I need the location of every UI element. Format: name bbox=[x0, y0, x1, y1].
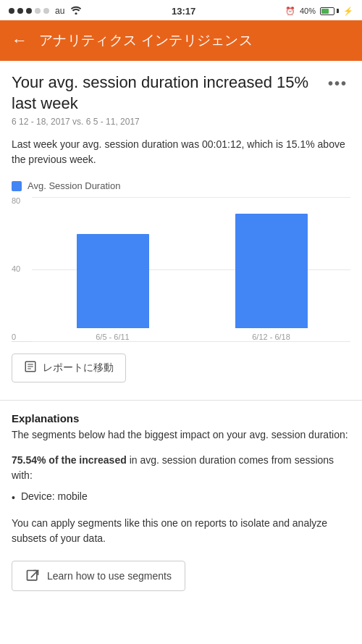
bar-label-2: 6/12 - 6/18 bbox=[252, 333, 290, 341]
y-axis: 80 40 0 bbox=[12, 197, 20, 341]
bullet-text: Device: mobile bbox=[21, 489, 88, 504]
grid-line-bottom bbox=[32, 341, 350, 342]
bullet-list: • Device: mobile bbox=[12, 489, 350, 506]
chart-area: 80 40 0 6/5 - 6/11 6/12 - 6/18 bbox=[12, 197, 350, 342]
battery-percent: 40% bbox=[300, 7, 316, 15]
impact-text: 75.54% of the increased in avg. session … bbox=[12, 453, 350, 483]
date-range: 6 12 - 18, 2017 vs. 6 5 - 11, 2017 bbox=[12, 117, 350, 127]
list-item: • Device: mobile bbox=[12, 489, 350, 506]
external-link-icon bbox=[25, 569, 40, 583]
card-header: Your avg. session duration increased 15%… bbox=[12, 72, 350, 114]
signal-dot-5 bbox=[43, 8, 49, 14]
bar-2 bbox=[235, 214, 308, 328]
battery-icon bbox=[320, 7, 339, 15]
bar-1 bbox=[77, 234, 149, 328]
chart-legend: Avg. Session Duration bbox=[12, 180, 350, 191]
alarm-icon: ⏰ bbox=[285, 7, 295, 16]
section-divider bbox=[0, 400, 362, 401]
explanations-title: Explanations bbox=[12, 412, 350, 425]
app-bar-title: アナリティクス インテリジェンス bbox=[39, 31, 253, 50]
explanations-desc: The segments below had the biggest impac… bbox=[12, 427, 350, 443]
svg-rect-4 bbox=[28, 571, 37, 580]
time-label: 13:17 bbox=[172, 6, 195, 17]
more-options-icon[interactable]: ••• bbox=[325, 72, 350, 95]
signal-dot-4 bbox=[35, 8, 41, 14]
wifi-icon bbox=[70, 6, 82, 17]
report-button[interactable]: レポートに移動 bbox=[12, 354, 126, 382]
bar-label-1: 6/5 - 6/11 bbox=[96, 333, 129, 341]
button-row: レポートに移動 bbox=[12, 354, 350, 382]
impact-bold: 75.54% of the increased bbox=[12, 454, 127, 466]
status-left: au bbox=[9, 6, 82, 17]
legend-label: Avg. Session Duration bbox=[28, 180, 120, 191]
main-content: Your avg. session duration increased 15%… bbox=[0, 61, 362, 609]
card-title: Your avg. session duration increased 15%… bbox=[12, 72, 325, 114]
y-label-40: 40 bbox=[12, 265, 20, 273]
learn-segments-button[interactable]: Learn how to use segments bbox=[12, 561, 185, 591]
carrier-label: au bbox=[55, 6, 64, 16]
back-button[interactable]: ← bbox=[12, 31, 28, 50]
status-right: ⏰ 40% ⚡ bbox=[285, 7, 353, 16]
explanations-section: Explanations The segments below had the … bbox=[12, 412, 350, 591]
charging-icon: ⚡ bbox=[343, 7, 353, 16]
signal-dot-3 bbox=[26, 8, 32, 14]
y-label-80: 80 bbox=[12, 197, 20, 205]
report-icon bbox=[24, 360, 37, 376]
signal-dot-2 bbox=[17, 8, 23, 14]
app-bar: ← アナリティクス インテリジェンス bbox=[0, 20, 362, 61]
description-text: Last week your avg. session duration was… bbox=[12, 137, 350, 167]
bar-group-2: 6/12 - 6/18 bbox=[192, 214, 350, 341]
bullet-dot: • bbox=[12, 490, 15, 506]
signal-dot-1 bbox=[9, 8, 14, 14]
bars-wrapper: 6/5 - 6/11 6/12 - 6/18 bbox=[33, 197, 350, 341]
y-label-0: 0 bbox=[12, 333, 20, 341]
apply-text: You can apply segments like this one on … bbox=[12, 516, 350, 546]
chart-container: Avg. Session Duration 80 40 0 6/5 - 6/11 bbox=[12, 180, 350, 342]
status-bar: au 13:17 ⏰ 40% ⚡ bbox=[0, 0, 362, 20]
report-button-label: レポートに移動 bbox=[43, 361, 114, 375]
learn-button-label: Learn how to use segments bbox=[47, 570, 172, 582]
legend-color-swatch bbox=[12, 181, 22, 191]
bar-group-1: 6/5 - 6/11 bbox=[33, 234, 192, 341]
